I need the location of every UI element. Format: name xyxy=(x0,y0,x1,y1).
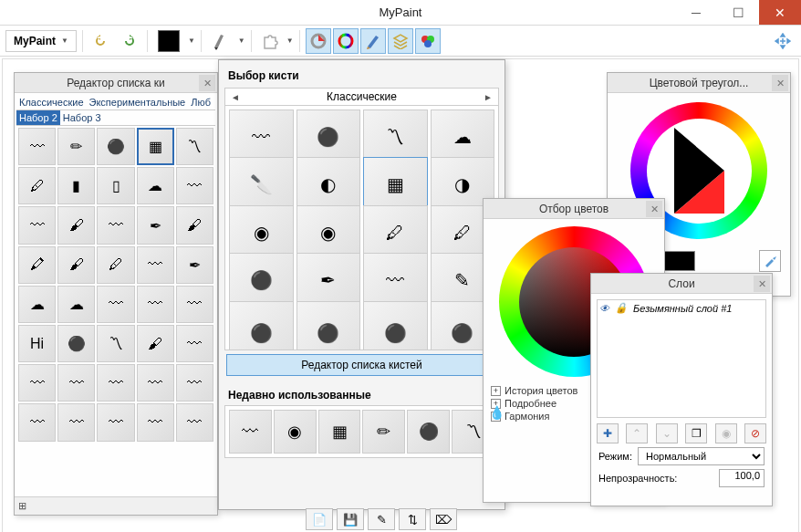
close-icon[interactable]: ✕ xyxy=(754,276,770,292)
color-triangle[interactable] xyxy=(674,128,724,214)
brush-thumb[interactable]: ▯ xyxy=(97,167,134,204)
brush2-button[interactable] xyxy=(360,28,386,54)
brush-thumb[interactable]: 〰 xyxy=(176,167,213,204)
brush-thumb[interactable]: ☁ xyxy=(137,167,174,204)
recent-brush[interactable]: ✏ xyxy=(362,410,405,454)
brush-thumb[interactable]: ⚫ xyxy=(97,128,134,165)
panel-header[interactable]: Отбор цветов ✕ xyxy=(484,199,664,219)
brush-thumb[interactable]: 〰 xyxy=(137,286,174,323)
brush-thumb[interactable]: ⚫ xyxy=(57,325,95,362)
brush-thumb[interactable]: 〽 xyxy=(176,128,213,165)
brush-thumb[interactable]: 〰 xyxy=(176,364,213,402)
new-brush-button[interactable]: 📄 xyxy=(306,508,333,530)
add-layer-button[interactable]: ✚ xyxy=(597,423,619,443)
minimize-button[interactable]: ─ xyxy=(675,0,717,25)
brush-thumb[interactable]: 〰 xyxy=(137,246,174,284)
save-brush-button[interactable]: 💾 xyxy=(337,508,364,530)
brush-thumb[interactable]: 〰 xyxy=(97,206,134,244)
brush-thumb[interactable]: 〰 xyxy=(57,364,95,402)
brush-thumb[interactable]: 🖊 xyxy=(18,167,56,204)
chooser-brush[interactable]: ⚫ xyxy=(296,301,361,350)
chevron-right-icon[interactable]: ► xyxy=(484,92,493,102)
brush-thumb[interactable]: 〰 xyxy=(97,364,134,402)
delete-brush-button[interactable]: ⌦ xyxy=(430,508,457,530)
brush-thumb[interactable]: 〽 xyxy=(97,325,134,362)
brush-thumb[interactable]: 〰 xyxy=(97,403,134,441)
brush-thumb[interactable]: ☁ xyxy=(18,286,56,323)
brush-thumb[interactable]: 〰 xyxy=(176,403,213,441)
opacity-value[interactable]: 100,0 xyxy=(719,469,765,487)
brush-thumb[interactable]: ✒ xyxy=(137,206,174,244)
panel-header[interactable]: Слои ✕ xyxy=(591,274,772,294)
brush-thumb[interactable]: 🖌 xyxy=(57,206,95,244)
brush-thumb[interactable]: 〰 xyxy=(97,286,134,323)
recent-brush[interactable]: ◉ xyxy=(274,410,317,454)
eye-icon[interactable]: 👁 xyxy=(599,303,609,314)
merge-layer-button[interactable]: ◉ xyxy=(715,423,737,443)
blend-mode-select[interactable]: Нормальный xyxy=(638,447,765,465)
chooser-brush[interactable]: ⚫ xyxy=(229,301,294,350)
chevron-down-icon[interactable]: ▼ xyxy=(188,37,195,45)
close-icon[interactable]: ✕ xyxy=(199,75,215,91)
tab-classic[interactable]: Классические xyxy=(16,95,87,110)
brush-thumb[interactable]: ▦ xyxy=(137,128,174,165)
brush-thumb[interactable]: 〰 xyxy=(176,325,213,362)
brush-thumb[interactable]: Hi xyxy=(18,325,56,362)
tab-fav[interactable]: Люб xyxy=(188,95,213,110)
gradient-ring-button[interactable] xyxy=(306,28,331,54)
brush-thumb[interactable]: 〰 xyxy=(18,128,56,165)
chooser-brush[interactable]: ⚫ xyxy=(363,301,428,350)
color-button[interactable] xyxy=(153,28,184,54)
add-icon[interactable]: ⊞ xyxy=(18,500,26,512)
move-up-button[interactable]: ⌃ xyxy=(626,423,648,443)
chevron-left-icon[interactable]: ◄ xyxy=(231,92,240,102)
brush-thumb[interactable]: 〰 xyxy=(137,403,174,441)
brush-button[interactable] xyxy=(207,28,234,54)
tab-set-2[interactable]: Набор 2 xyxy=(16,110,60,125)
brush-thumb[interactable]: 〰 xyxy=(57,403,95,441)
move-down-button[interactable]: ⌄ xyxy=(656,423,678,443)
tab-experimental[interactable]: Экспериментальные xyxy=(87,95,189,110)
delete-layer-button[interactable]: ⊘ xyxy=(744,423,766,443)
panel-header[interactable]: Редактор списка ки ✕ xyxy=(15,73,217,93)
brush-thumb[interactable]: 〰 xyxy=(176,286,213,323)
brush-thumb[interactable]: 🖊 xyxy=(97,246,134,284)
layers-button[interactable] xyxy=(388,28,413,54)
chevron-down-icon[interactable]: ▼ xyxy=(286,37,294,45)
move-button[interactable] xyxy=(770,28,796,54)
duplicate-layer-button[interactable]: ❐ xyxy=(685,423,707,443)
recent-brush[interactable]: ⚫ xyxy=(407,410,450,454)
close-icon[interactable]: ✕ xyxy=(646,201,662,217)
brush-thumb[interactable]: 〰 xyxy=(137,364,174,402)
recent-brush[interactable]: ▦ xyxy=(318,410,361,454)
brush-thumb[interactable]: 🖌 xyxy=(137,325,174,362)
redo-button[interactable] xyxy=(116,28,141,54)
brush-thumb[interactable]: 🖍 xyxy=(18,246,56,284)
brush-thumb[interactable]: 〰 xyxy=(18,206,56,244)
hue-ring-button[interactable] xyxy=(333,28,359,54)
close-button[interactable]: ✕ xyxy=(759,0,801,25)
tab-set-3[interactable]: Набор 3 xyxy=(60,110,104,125)
undo-button[interactable] xyxy=(88,28,114,54)
brush-thumb[interactable]: 🖌 xyxy=(57,246,95,284)
eyedropper-button[interactable] xyxy=(759,250,781,272)
brush-thumb[interactable]: ✏ xyxy=(57,128,95,165)
panel-header[interactable]: Цветовой треугол... ✕ xyxy=(608,73,790,93)
recent-brush[interactable]: 〰 xyxy=(229,410,272,454)
brush-thumb[interactable]: ☁ xyxy=(57,286,95,323)
brush-list-editor-button[interactable]: Редактор списка кистей xyxy=(226,354,497,376)
close-icon[interactable]: ✕ xyxy=(772,75,788,91)
copy-brush-button[interactable]: ⇅ xyxy=(399,508,426,530)
maximize-button[interactable]: ☐ xyxy=(717,0,759,25)
brush-thumb[interactable]: 〰 xyxy=(18,364,56,402)
brush-thumb[interactable]: 🖌 xyxy=(176,206,213,244)
lock-icon[interactable]: 🔒 xyxy=(615,302,628,314)
brush-thumb[interactable]: ✒ xyxy=(176,246,213,284)
plugin-button[interactable] xyxy=(257,28,283,54)
layer-row[interactable]: 👁 🔒 Безымянный слой #1 xyxy=(599,302,764,314)
brush-thumb[interactable]: ▮ xyxy=(57,167,95,204)
brush-thumb[interactable]: 〰 xyxy=(18,403,56,441)
rename-brush-button[interactable]: ✎ xyxy=(368,508,395,530)
app-menu-button[interactable]: MyPaint ▼ xyxy=(5,30,77,52)
chevron-down-icon[interactable]: ▼ xyxy=(238,37,245,45)
